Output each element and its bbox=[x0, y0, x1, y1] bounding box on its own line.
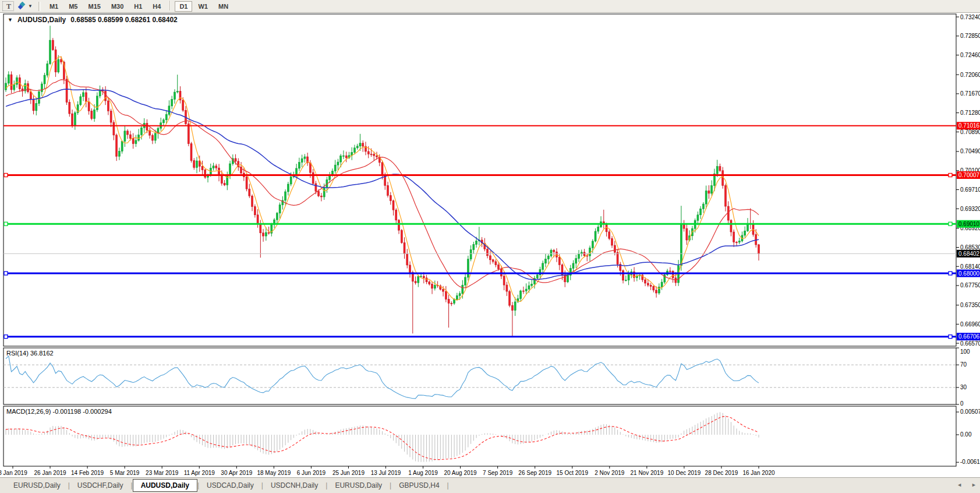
tab-scroll-arrows: ◄ ► bbox=[957, 482, 977, 488]
date-tick-label: 21 Nov 2019 bbox=[630, 470, 663, 476]
current-price-tag-label: 0.68402 bbox=[958, 251, 980, 257]
hline-price-tag-label: 0.69010 bbox=[958, 221, 980, 227]
date-tick-label: 28 Dec 2019 bbox=[705, 470, 738, 476]
toolbar: T ▼ M1M5M15M30H1H4D1W1MN bbox=[0, 0, 980, 13]
chart-tab-eurusd-daily[interactable]: EURUSD,Daily bbox=[327, 479, 390, 492]
date-tick-label: 30 Apr 2019 bbox=[221, 470, 252, 476]
price-tick-label: 0.72850 bbox=[960, 33, 980, 39]
rsi-tick-label: 70 bbox=[960, 361, 967, 368]
date-tick-label: 2 Nov 2019 bbox=[595, 470, 625, 476]
date-tick-label: 18 May 2019 bbox=[257, 470, 291, 476]
date-tick-label: 23 Mar 2019 bbox=[146, 470, 179, 476]
hline-handle[interactable] bbox=[949, 222, 952, 226]
date-tick-label: 8 Jan 2019 bbox=[0, 470, 27, 476]
price-tick-label: 0.72460 bbox=[960, 52, 980, 58]
date-tick-label: 16 Jan 2020 bbox=[742, 470, 774, 476]
chart-tab-audusd-daily[interactable]: AUDUSD,Daily bbox=[133, 479, 197, 492]
chart-tab-bar: EURUSD,Daily|USDCHF,Daily|AUDUSD,Daily|U… bbox=[0, 477, 980, 493]
toolbar-separator bbox=[169, 1, 171, 10]
price-tick-label: 0.67750 bbox=[960, 282, 980, 288]
date-tick-label: 6 Jun 2019 bbox=[297, 470, 326, 476]
tabs-scroll-left-button[interactable]: ◄ bbox=[957, 482, 962, 488]
price-tick-label: 0.71280 bbox=[960, 110, 980, 116]
timeframe-button-h1[interactable]: H1 bbox=[129, 1, 147, 12]
timeframe-button-h4[interactable]: H4 bbox=[148, 1, 165, 12]
price-tick-label: 0.66960 bbox=[960, 321, 980, 328]
date-tick-label: 10 Dec 2019 bbox=[668, 470, 701, 476]
chart-tab-usdcnh-daily[interactable]: USDCNH,Daily bbox=[263, 479, 326, 492]
hline-price-tag-label: 0.66706 bbox=[958, 333, 980, 340]
macd-tick-label: -0.006148 bbox=[960, 459, 980, 465]
styles-tool-button[interactable]: ▼ bbox=[17, 2, 33, 10]
hline-handle[interactable] bbox=[949, 335, 952, 339]
timeframe-button-d1[interactable]: D1 bbox=[175, 1, 192, 12]
hline-handle[interactable] bbox=[4, 222, 8, 226]
text-tool-button[interactable]: T bbox=[2, 1, 14, 11]
price-tick-label: 0.73240 bbox=[960, 14, 980, 20]
timeframe-button-m5[interactable]: M5 bbox=[64, 1, 82, 12]
price-tick-label: 0.66570 bbox=[960, 340, 980, 347]
chart-tab-usdchf-daily[interactable]: USDCHF,Daily bbox=[70, 479, 131, 492]
hline-handle[interactable] bbox=[949, 272, 952, 275]
price-tick-label: 0.70490 bbox=[960, 148, 980, 154]
date-tick-label: 20 Aug 2019 bbox=[444, 470, 477, 476]
chart-tab-gbpusd-h4[interactable]: GBPUSD,H4 bbox=[391, 479, 447, 492]
chart-tab-usdcad-daily[interactable]: USDCAD,Daily bbox=[199, 479, 261, 492]
hline-handle[interactable] bbox=[4, 173, 8, 177]
price-tick-label: 0.68530 bbox=[960, 244, 980, 251]
date-tick-label: 26 Sep 2019 bbox=[518, 470, 551, 476]
date-tick-label: 7 Sep 2019 bbox=[483, 470, 513, 476]
chart-symbol-title: AUDUSD,Daily bbox=[17, 16, 66, 24]
main-chart-panel[interactable] bbox=[3, 14, 956, 346]
price-tick-label: 0.70890 bbox=[960, 129, 980, 135]
hline-price-tag-label: 0.68000 bbox=[958, 270, 980, 277]
price-tick-label: 0.69320 bbox=[960, 206, 980, 212]
hline-handle[interactable] bbox=[4, 335, 8, 339]
macd-tick-label: 0.005076 bbox=[960, 409, 980, 415]
hline-price-tag-label: 0.71016 bbox=[958, 122, 980, 129]
toolbar-separator bbox=[38, 2, 41, 11]
hline-price-tag-label: 0.70007 bbox=[958, 172, 980, 178]
rsi-tick-label: 30 bbox=[960, 384, 967, 390]
timeframe-button-mn[interactable]: MN bbox=[214, 1, 233, 12]
price-tick-label: 0.68140 bbox=[960, 263, 980, 270]
price-tick-label: 0.69710 bbox=[960, 186, 980, 193]
rsi-tick-label: 0 bbox=[960, 400, 964, 407]
chart-tab-eurusd-daily[interactable]: EURUSD,Daily bbox=[6, 479, 68, 492]
date-tick-label: 5 Mar 2019 bbox=[110, 470, 140, 476]
timeframe-button-m30[interactable]: M30 bbox=[107, 1, 128, 12]
date-tick-label: 15 Oct 2019 bbox=[557, 470, 589, 476]
chart-title: ▼ AUDUSD,Daily 0.68585 0.68599 0.68261 0… bbox=[8, 16, 178, 24]
date-tick-label: 14 Feb 2019 bbox=[71, 470, 104, 476]
macd-tick-label: 0.00 bbox=[960, 431, 972, 438]
chart-ohlc-values: 0.68585 0.68599 0.68261 0.68402 bbox=[70, 16, 178, 24]
date-tick-label: 13 Jul 2019 bbox=[371, 470, 401, 476]
dropdown-arrow-icon: ▼ bbox=[28, 3, 33, 9]
timeframe-button-w1[interactable]: W1 bbox=[193, 1, 213, 12]
price-tick-label: 0.72060 bbox=[960, 72, 980, 78]
chart-canvas[interactable]: 0.732400.728500.724600.720600.716700.712… bbox=[0, 0, 980, 493]
hline-handle[interactable] bbox=[949, 173, 952, 177]
timeframe-button-m1[interactable]: M1 bbox=[45, 1, 63, 12]
chart-dropdown-icon[interactable]: ▼ bbox=[8, 17, 13, 23]
rsi-indicator-label: RSI(14) 36.8162 bbox=[6, 350, 54, 357]
timeframe-button-m15[interactable]: M15 bbox=[83, 1, 105, 12]
mt4-window: 0.732400.728500.724600.720600.716700.712… bbox=[0, 0, 980, 493]
tabs-scroll-right-button[interactable]: ► bbox=[971, 482, 977, 488]
date-tick-label: 1 Aug 2019 bbox=[408, 470, 438, 476]
timeframe-button-group: M1M5M15M30H1H4D1W1MN bbox=[44, 1, 233, 12]
macd-indicator-label: MACD(12,26,9) -0.001198 -0.000294 bbox=[6, 408, 112, 415]
macd-panel[interactable] bbox=[3, 406, 956, 466]
date-tick-label: 25 Jun 2019 bbox=[332, 470, 365, 476]
rsi-panel[interactable] bbox=[3, 348, 956, 404]
price-tick-label: 0.67350 bbox=[960, 302, 980, 308]
price-tick-label: 0.71670 bbox=[960, 90, 980, 97]
hline-handle[interactable] bbox=[4, 272, 8, 275]
rsi-tick-label: 100 bbox=[960, 348, 970, 355]
tab-divider: | bbox=[447, 481, 449, 490]
date-tick-label: 26 Jan 2019 bbox=[34, 470, 66, 476]
date-tick-label: 11 Apr 2019 bbox=[184, 470, 215, 476]
styles-icon bbox=[17, 2, 27, 10]
